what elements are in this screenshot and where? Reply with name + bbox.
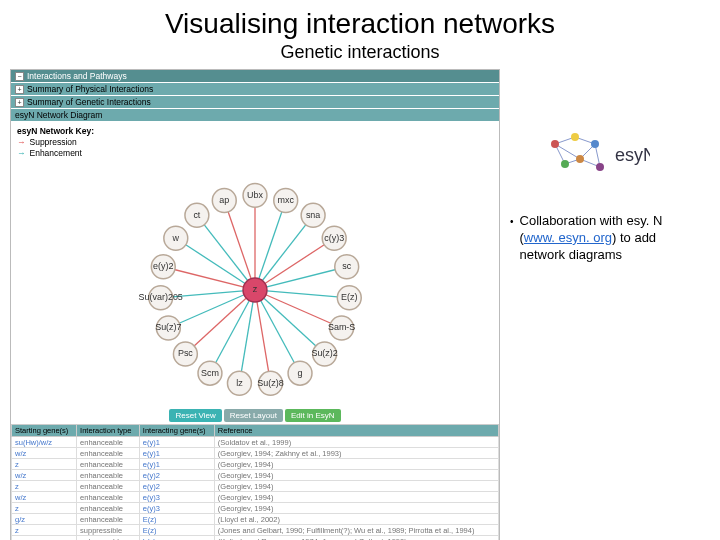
header-genetic[interactable]: +Summary of Genetic Interactions	[11, 96, 499, 109]
collapse-icon[interactable]: −	[15, 72, 24, 81]
table-row: zsuppressibleE(z)(Jones and Gelbart, 199…	[12, 525, 499, 536]
svg-text:sc: sc	[342, 261, 351, 271]
svg-point-70	[561, 160, 569, 168]
table-row: g/zenhanceableE(z)(Lloyd et al., 2002)	[12, 514, 499, 525]
svg-text:esyN: esyN	[615, 145, 650, 165]
enhancement-arrow-icon: →	[17, 148, 26, 158]
svg-text:ct: ct	[193, 210, 200, 220]
table-row: w/zenhanceablee(y)1(Georgiev, 1994; Zakh…	[12, 448, 499, 459]
esyn-link[interactable]: www. esyn. org	[524, 230, 612, 245]
svg-text:Psc: Psc	[178, 348, 193, 358]
table-header: Interacting gene(s)	[139, 425, 214, 437]
header-esyn[interactable]: esyN Network Diagram	[11, 109, 499, 122]
svg-line-7	[255, 290, 325, 354]
svg-point-72	[596, 163, 604, 171]
table-header: Reference	[214, 425, 498, 437]
slide-subtitle: Genetic interactions	[0, 42, 720, 63]
table-header: Starting gene(s)	[12, 425, 77, 437]
svg-text:g: g	[298, 368, 303, 378]
edit-esyn-button[interactable]: Edit in EsyN	[285, 409, 341, 422]
table-row: w/zenhanceablee(y)3(Georgiev, 1994)	[12, 492, 499, 503]
suppression-arrow-icon: →	[17, 137, 26, 147]
svg-text:ap: ap	[219, 195, 229, 205]
svg-line-17	[197, 215, 255, 290]
svg-line-18	[224, 200, 255, 289]
table-row: zenhanceablee(y)1(Georgiev, 1994)	[12, 459, 499, 470]
svg-line-16	[176, 238, 255, 290]
expand-icon[interactable]: +	[15, 85, 24, 94]
table-header: Interaction type	[77, 425, 140, 437]
svg-text:Su(z)8: Su(z)8	[257, 378, 283, 388]
svg-point-67	[551, 140, 559, 148]
table-row: zenhanceablee(y)3(Georgiev, 1994)	[12, 503, 499, 514]
header-interactions[interactable]: −Interactions and Pathways	[11, 70, 499, 83]
table-row: su(Hw)/w/zenhanceablee(y)1(Soldatov et a…	[12, 437, 499, 448]
svg-text:Sam-S: Sam-S	[328, 322, 355, 332]
interactions-table: Starting gene(s)Interaction typeInteract…	[11, 424, 499, 540]
svg-text:z: z	[253, 284, 258, 294]
svg-text:c(y)3: c(y)3	[324, 233, 344, 243]
network-diagram[interactable]: Ubxmxcsnac(y)3scE(z)Sam-SSu(z)2gSu(z)8lz…	[11, 162, 499, 407]
header-physical[interactable]: +Summary of Physical Interactions	[11, 83, 499, 96]
svg-text:E(z): E(z)	[341, 292, 357, 302]
network-panel: −Interactions and Pathways +Summary of P…	[10, 69, 500, 540]
slide-title: Visualising interaction networks	[0, 8, 720, 40]
reset-view-button[interactable]: Reset View	[169, 409, 221, 422]
svg-point-71	[576, 155, 584, 163]
svg-line-12	[185, 290, 255, 354]
svg-text:e(y)2: e(y)2	[153, 261, 173, 271]
svg-text:mxc: mxc	[278, 195, 295, 205]
network-key: esyN Network Key: →Suppression →Enhancem…	[11, 122, 499, 162]
table-row: w/zenhanceablee(y)2(Georgiev, 1994)	[12, 470, 499, 481]
svg-point-68	[571, 133, 579, 141]
svg-point-69	[591, 140, 599, 148]
svg-line-1	[255, 200, 286, 289]
svg-text:sna: sna	[306, 210, 320, 220]
svg-text:w: w	[172, 233, 180, 243]
table-row: zenhanceableL(z)(Kalisch and Rasmuson, 1…	[12, 536, 499, 541]
expand-icon[interactable]: +	[15, 98, 24, 107]
svg-line-2	[255, 215, 313, 290]
svg-line-4	[255, 267, 347, 290]
bullet-icon: •	[510, 215, 514, 264]
svg-text:lz: lz	[236, 378, 243, 388]
svg-text:Su(z)7: Su(z)7	[155, 322, 181, 332]
table-row: zenhanceablee(y)2(Georgiev, 1994)	[12, 481, 499, 492]
bullet-collaboration: • Collaboration with esy. N (www. esyn. …	[510, 213, 700, 264]
svg-text:Su(var)205: Su(var)205	[139, 292, 183, 302]
svg-text:Ubx: Ubx	[247, 190, 263, 200]
svg-line-3	[255, 238, 334, 290]
svg-text:Su(z)2: Su(z)2	[311, 348, 337, 358]
esyn-logo: esyN	[540, 129, 650, 184]
svg-line-15	[163, 267, 255, 290]
reset-layout-button[interactable]: Reset Layout	[224, 409, 283, 422]
svg-text:Scm: Scm	[201, 368, 219, 378]
